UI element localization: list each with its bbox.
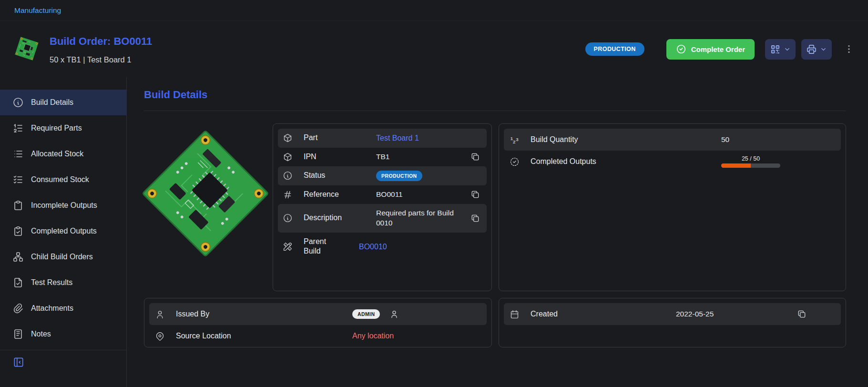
info-circle-icon bbox=[283, 213, 304, 223]
sidebar-item-incomplete-outputs[interactable]: Incomplete Outputs bbox=[0, 193, 126, 218]
sidebar-item-label: Incomplete Outputs bbox=[31, 201, 97, 210]
list-numbers-icon bbox=[12, 122, 24, 134]
numbers-123-icon: 123 bbox=[510, 135, 531, 145]
sidebar-item-label: Completed Outputs bbox=[31, 227, 97, 235]
copy-created-button[interactable] bbox=[789, 309, 808, 319]
copy-icon bbox=[797, 309, 807, 319]
issued-by-badge: ADMIN bbox=[352, 309, 380, 319]
status-badge: PRODUCTION bbox=[585, 42, 644, 56]
calendar-icon bbox=[510, 309, 531, 319]
row-label: Completed Outputs bbox=[531, 157, 721, 166]
pcb-thumbnail-image bbox=[15, 36, 39, 60]
ipn-value: TB1 bbox=[376, 152, 463, 162]
package-icon bbox=[283, 152, 304, 162]
sidebar-item-consumed-stock[interactable]: Consumed Stock bbox=[0, 167, 126, 193]
build-thumbnail[interactable] bbox=[14, 36, 39, 61]
paperclip-icon bbox=[12, 303, 24, 314]
build-quantity-value: 50 bbox=[721, 135, 729, 144]
build-details-panel: Part Test Board 1 IPN TB1 Status bbox=[273, 123, 492, 291]
barcode-actions-button[interactable] bbox=[765, 39, 796, 60]
status-badge: PRODUCTION bbox=[376, 171, 422, 181]
hash-icon bbox=[283, 190, 304, 200]
circle-check-icon bbox=[676, 44, 686, 54]
sidebar-item-label: Test Results bbox=[31, 278, 72, 287]
map-pin-icon bbox=[155, 331, 176, 341]
breadcrumb: Manufacturing bbox=[0, 0, 868, 21]
quantity-panel: 123 Build Quantity 50 Completed Outputs … bbox=[499, 123, 846, 291]
part-image[interactable] bbox=[144, 123, 267, 291]
sidebar-item-label: Consumed Stock bbox=[31, 175, 89, 184]
overflow-menu-button[interactable] bbox=[842, 39, 856, 60]
sidebar-item-build-details[interactable]: Build Details bbox=[0, 90, 126, 115]
sidebar-item-attachments[interactable]: Attachments bbox=[0, 295, 126, 321]
completed-outputs-progress: 25 / 50 bbox=[721, 155, 780, 168]
copy-icon bbox=[470, 190, 480, 199]
detail-row-ipn: IPN TB1 bbox=[278, 148, 487, 166]
header-actions: PRODUCTION Complete Order bbox=[585, 39, 856, 60]
issued-panel: Issued By ADMIN Source Location Any loca… bbox=[144, 298, 492, 347]
sidebar-collapse-icon bbox=[12, 356, 25, 368]
sidebar-item-completed-outputs[interactable]: Completed Outputs bbox=[0, 218, 126, 244]
description-value: Required parts for Build 0010 bbox=[376, 208, 463, 228]
chevron-down-icon bbox=[784, 46, 791, 53]
package-icon bbox=[283, 133, 304, 143]
created-value: 2022-05-25 bbox=[676, 310, 714, 318]
print-actions-button[interactable] bbox=[801, 39, 832, 60]
sidebar-item-required-parts[interactable]: Required Parts bbox=[0, 115, 126, 141]
copy-description-button[interactable] bbox=[463, 214, 482, 223]
header-title-group: Build Order: BO0011 50 x TB1 | Test Boar… bbox=[14, 34, 152, 64]
list-icon bbox=[12, 148, 24, 160]
complete-order-button[interactable]: Complete Order bbox=[666, 39, 755, 60]
sidebar: Build Details Required Parts Allocated S… bbox=[0, 77, 127, 387]
detail-row-reference: Reference BO0011 bbox=[278, 185, 487, 204]
reference-value: BO0011 bbox=[376, 190, 463, 200]
sidebar-collapse-button[interactable] bbox=[12, 356, 25, 368]
completed-outputs-row: Completed Outputs 25 / 50 bbox=[504, 151, 841, 173]
detail-row-part: Part Test Board 1 bbox=[278, 129, 487, 148]
detail-row-parent-build: Parent Build BO0010 bbox=[278, 233, 487, 261]
sidebar-footer bbox=[0, 350, 126, 370]
sidebar-item-notes[interactable]: Notes bbox=[0, 321, 126, 347]
sidebar-item-label: Allocated Stock bbox=[31, 150, 83, 158]
part-link[interactable]: Test Board 1 bbox=[376, 133, 482, 143]
sitemap-icon bbox=[12, 251, 24, 263]
progress-check-icon bbox=[510, 157, 531, 167]
user-icon bbox=[155, 309, 176, 319]
detail-row-status: Status PRODUCTION bbox=[278, 166, 487, 185]
section-heading: Build Details bbox=[144, 89, 846, 101]
test-report-icon bbox=[12, 277, 24, 288]
progress-track bbox=[721, 163, 780, 168]
sidebar-item-allocated-stock[interactable]: Allocated Stock bbox=[0, 141, 126, 167]
list-check-icon bbox=[12, 174, 24, 185]
sidebar-item-child-build-orders[interactable]: Child Build Orders bbox=[0, 244, 126, 270]
parent-build-link[interactable]: BO0010 bbox=[359, 242, 482, 252]
info-circle-icon bbox=[12, 97, 24, 108]
detail-label: Description bbox=[304, 213, 349, 223]
pcb-image bbox=[142, 130, 270, 258]
copy-reference-button[interactable] bbox=[463, 190, 482, 199]
row-label: Build Quantity bbox=[531, 135, 721, 144]
created-panel: Created 2022-05-25 bbox=[499, 298, 846, 347]
complete-order-label: Complete Order bbox=[691, 45, 745, 53]
clipboard-check-icon bbox=[12, 225, 24, 237]
printer-icon bbox=[806, 44, 817, 55]
sidebar-item-label: Notes bbox=[31, 330, 51, 338]
user-icon bbox=[389, 309, 399, 319]
build-quantity-row: 123 Build Quantity 50 bbox=[504, 129, 841, 151]
chevron-down-icon bbox=[820, 46, 827, 53]
breadcrumb-link-manufacturing[interactable]: Manufacturing bbox=[14, 6, 61, 15]
sidebar-item-label: Required Parts bbox=[31, 124, 82, 132]
clipboard-icon bbox=[12, 200, 24, 211]
detail-label: Status bbox=[304, 171, 349, 181]
source-location-value: Any location bbox=[352, 332, 394, 340]
sidebar-item-label: Attachments bbox=[31, 304, 73, 313]
progress-fill bbox=[721, 163, 751, 168]
svg-text:2: 2 bbox=[513, 139, 515, 144]
sidebar-item-test-results[interactable]: Test Results bbox=[0, 270, 126, 295]
copy-icon bbox=[470, 214, 480, 223]
tools-icon bbox=[283, 242, 304, 252]
detail-label: Reference bbox=[304, 190, 349, 200]
notes-icon bbox=[12, 328, 24, 340]
progress-label: 25 / 50 bbox=[742, 155, 760, 162]
copy-ipn-button[interactable] bbox=[463, 152, 482, 162]
